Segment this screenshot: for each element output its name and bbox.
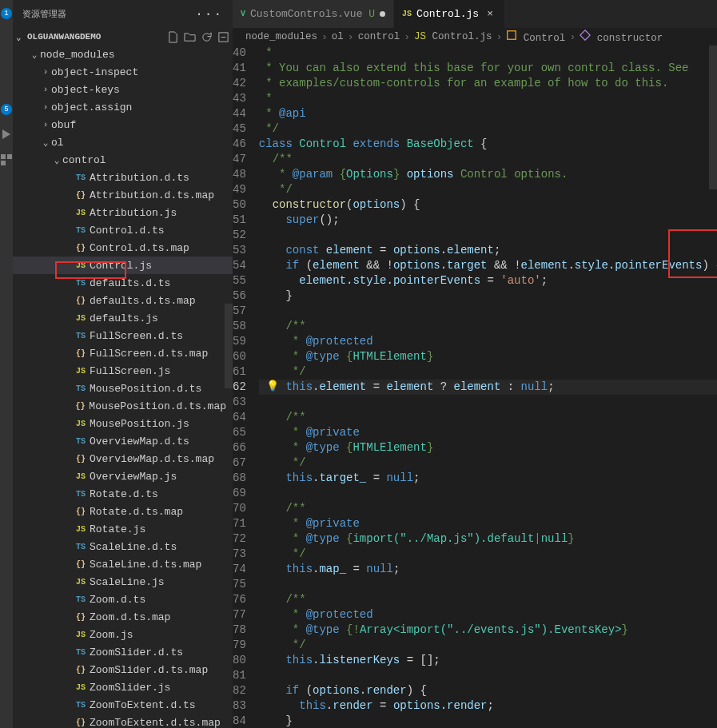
code-line[interactable]: this.listenerKeys = [];	[259, 653, 717, 668]
code-line[interactable]: */	[259, 547, 717, 562]
new-folder-icon[interactable]	[184, 31, 196, 43]
code-line[interactable]: * @protected	[259, 334, 717, 349]
sidebar-scrollbar-thumb[interactable]	[225, 304, 233, 388]
folder-item[interactable]: ›object-keys	[13, 81, 233, 98]
file-item[interactable]: {}ZoomSlider.d.ts.map	[13, 661, 233, 678]
code-line[interactable]	[259, 304, 717, 319]
file-item[interactable]: {}Attribution.d.ts.map	[13, 186, 233, 204]
code-area[interactable]: 4041424344454647484950515253545556575859…	[233, 46, 717, 728]
file-item[interactable]: TSRotate.d.ts	[13, 485, 233, 503]
file-item[interactable]: TSdefaults.d.ts	[13, 274, 233, 292]
breadcrumb-item[interactable]: constructor	[580, 30, 663, 44]
code-line[interactable]: * @private	[259, 425, 717, 440]
code-line[interactable]: /**	[259, 152, 717, 167]
code-line[interactable]: constructor(options) {	[259, 197, 717, 213]
code-line[interactable]: }	[259, 288, 717, 304]
code-lines[interactable]: * * You can also extend this base for yo…	[259, 46, 717, 728]
code-line[interactable]: */	[259, 455, 717, 471]
code-line[interactable]: * @protected	[259, 607, 717, 623]
breadcrumb-item[interactable]: Control	[506, 30, 565, 44]
file-item[interactable]: TSZoom.d.ts	[13, 591, 233, 608]
code-line[interactable]: /**	[259, 410, 717, 425]
code-line[interactable]: this.element = element ? element : null;	[259, 380, 717, 395]
code-line[interactable]: * @private	[259, 516, 717, 531]
code-line[interactable]: if (options.render) {	[259, 683, 717, 698]
file-item[interactable]: {}defaults.d.ts.map	[13, 292, 233, 309]
file-item[interactable]: TSControl.d.ts	[13, 221, 233, 239]
code-line[interactable]: */	[259, 364, 717, 380]
code-line[interactable]: */	[259, 121, 717, 137]
project-row[interactable]: ⌄ OLGUANWANGDEMO	[13, 28, 233, 46]
file-item[interactable]: JSRotate.js	[13, 520, 233, 538]
debug-icon[interactable]	[0, 128, 13, 141]
code-line[interactable]: * @api	[259, 106, 717, 121]
file-item[interactable]: TSAttribution.d.ts	[13, 169, 233, 186]
file-item[interactable]: {}FullScreen.d.ts.map	[13, 344, 233, 362]
breadcrumbs[interactable]: node_modules›ol›control›JS Control.js› C…	[233, 28, 717, 46]
file-item[interactable]: {}OverviewMap.d.ts.map	[13, 450, 233, 467]
breadcrumb-item[interactable]: ol	[332, 31, 344, 42]
folder-item[interactable]: ⌄ol	[13, 133, 233, 151]
code-line[interactable]: *	[259, 46, 717, 61]
breadcrumb-item[interactable]: node_modules	[245, 31, 317, 42]
code-line[interactable]: /**	[259, 319, 717, 334]
file-item[interactable]: JSZoom.js	[13, 626, 233, 643]
code-line[interactable]: * @param {Options} options Control optio…	[259, 167, 717, 182]
code-line[interactable]: *	[259, 91, 717, 106]
breadcrumb-item[interactable]: control	[358, 31, 400, 42]
file-item[interactable]: {}Control.d.ts.map	[13, 239, 233, 257]
code-line[interactable]	[259, 486, 717, 501]
file-item[interactable]: JSControl.js	[13, 257, 233, 274]
file-item[interactable]: TSOverviewMap.d.ts	[13, 432, 233, 450]
file-item[interactable]: JSFullScreen.js	[13, 362, 233, 380]
file-item[interactable]: {}MousePosition.d.ts.map	[13, 397, 233, 415]
code-line[interactable]	[259, 395, 717, 410]
file-item[interactable]: JSOverviewMap.js	[13, 467, 233, 485]
file-item[interactable]: JSMousePosition.js	[13, 415, 233, 432]
refresh-icon[interactable]	[201, 31, 213, 43]
code-line[interactable]	[259, 577, 717, 592]
code-line[interactable]: this.map_ = null;	[259, 562, 717, 577]
file-item[interactable]: JSScaleLine.js	[13, 573, 233, 591]
code-line[interactable]: const element = options.element;	[259, 243, 717, 258]
folder-item[interactable]: ⌄control	[13, 151, 233, 169]
file-item[interactable]: {}Zoom.d.ts.map	[13, 608, 233, 626]
file-item[interactable]: {}Rotate.d.ts.map	[13, 503, 233, 520]
code-line[interactable]: if (element && !options.target && !eleme…	[259, 258, 717, 273]
code-line[interactable]: * @type {import("../Map.js").default|nul…	[259, 531, 717, 547]
code-line[interactable]: */	[259, 638, 717, 653]
code-line[interactable]	[259, 228, 717, 243]
code-line[interactable]	[259, 668, 717, 683]
editor-scrollbar-thumb[interactable]	[709, 46, 717, 189]
folder-item[interactable]: ›object-inspect	[13, 63, 233, 81]
editor-tab[interactable]: JSControl.js×	[394, 0, 505, 28]
new-file-icon[interactable]	[167, 31, 179, 43]
code-line[interactable]: /**	[259, 501, 717, 516]
folder-item[interactable]: ›object.assign	[13, 98, 233, 116]
code-line[interactable]: * @type {HTMLElement}	[259, 349, 717, 364]
code-line[interactable]: */	[259, 182, 717, 197]
file-item[interactable]: JSdefaults.js	[13, 309, 233, 327]
code-line[interactable]: class Control extends BaseObject {	[259, 137, 717, 152]
close-icon[interactable]: ×	[484, 8, 496, 20]
code-line[interactable]: * You can also extend this base for your…	[259, 61, 717, 76]
file-item[interactable]: {}ScaleLine.d.ts.map	[13, 555, 233, 573]
code-line[interactable]: super();	[259, 213, 717, 228]
code-line[interactable]: * examples/custom-controls for an exampl…	[259, 76, 717, 91]
extensions-icon[interactable]	[0, 153, 13, 166]
code-line[interactable]: this.target_ = null;	[259, 471, 717, 486]
file-item[interactable]: JSAttribution.js	[13, 204, 233, 221]
file-item[interactable]: TSFullScreen.d.ts	[13, 327, 233, 344]
folder-item[interactable]: ⌄node_modules	[13, 46, 233, 63]
breadcrumb-item[interactable]: JS Control.js	[414, 31, 492, 42]
file-item[interactable]: TSZoomToExtent.d.ts	[13, 696, 233, 714]
editor-tab[interactable]: VCustomControls.vue U	[233, 0, 394, 28]
collapse-icon[interactable]	[217, 31, 229, 43]
file-item[interactable]: TSZoomSlider.d.ts	[13, 643, 233, 661]
folder-item[interactable]: ›obuf	[13, 116, 233, 133]
code-line[interactable]: }	[259, 714, 717, 728]
code-line[interactable]: * @type {!Array<import("../events.js").E…	[259, 623, 717, 638]
code-line[interactable]: this.render = options.render;	[259, 698, 717, 714]
explorer-more-icon[interactable]: ···	[195, 7, 223, 22]
code-line[interactable]: /**	[259, 592, 717, 607]
